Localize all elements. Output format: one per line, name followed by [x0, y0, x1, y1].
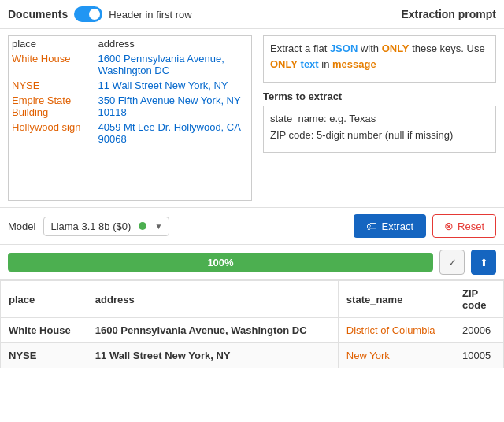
col-header-address: address — [87, 281, 338, 318]
table-header-row: place address — [9, 36, 251, 51]
table-row: White House 1600 Pennsylvania Avenue, Wa… — [9, 51, 251, 78]
extract-button[interactable]: 🏷 Extract — [354, 214, 426, 238]
model-actions: 🏷 Extract ⊗ Reset — [354, 214, 496, 238]
progress-bar: 100% — [8, 253, 433, 272]
toggle-slider — [74, 6, 102, 22]
table-row: Empire State Building 350 Fifth Avenue N… — [9, 93, 251, 120]
doc-address-2: 11 Wall Street New York, NY — [95, 78, 251, 93]
chevron-down-icon: ▼ — [155, 222, 163, 231]
tag-icon: 🏷 — [366, 220, 377, 232]
extraction-prompt-box[interactable]: Extract a flat JSON with ONLY these keys… — [263, 35, 496, 83]
model-select-text: Llama 3.1 8b ($0) — [50, 220, 131, 232]
prompt-kw-message: message — [332, 58, 376, 70]
prompt-kw-only2: ONLY — [270, 58, 298, 70]
result-address-1: 1600 Pennsylvania Avenue, Washington DC — [87, 318, 338, 343]
upload-icon: ⬆ — [480, 257, 488, 268]
main-content: place address White House 1600 Pennsylva… — [0, 29, 504, 208]
col-place-header: place — [9, 36, 95, 51]
result-row-1: White House 1600 Pennsylvania Avenue, Wa… — [1, 318, 504, 343]
documents-table: place address White House 1600 Pennsylva… — [9, 36, 251, 146]
doc-place-1: White House — [9, 51, 95, 78]
reset-label: Reset — [458, 220, 484, 232]
model-row: Model Llama 3.1 8b ($0) ▼ 🏷 Extract ⊗ Re… — [0, 208, 504, 245]
prompt-kw-text: text — [301, 58, 319, 70]
doc-address-1: 1600 Pennsylvania Avenue, Washington DC — [95, 51, 251, 78]
doc-place-2: NYSE — [9, 78, 95, 93]
table-row: Hollywood sign 4059 Mt Lee Dr. Hollywood… — [9, 120, 251, 146]
model-label: Model — [8, 220, 35, 232]
doc-address-4: 4059 Mt Lee Dr. Hollywood, CA 90068 — [95, 120, 251, 146]
doc-place-4: Hollywood sign — [9, 120, 95, 146]
result-row-2: NYSE 11 Wall Street New York, NY New Yor… — [1, 343, 504, 368]
result-address-2: 11 Wall Street New York, NY — [87, 343, 338, 368]
prompt-kw-json: JSON — [330, 43, 358, 54]
col-address-header: address — [95, 36, 251, 51]
prompt-text-1: Extract a flat — [270, 43, 330, 54]
result-zip-2: 10005 — [454, 343, 504, 368]
header-toggle[interactable] — [74, 6, 102, 22]
extraction-prompt-title: Extraction prompt — [401, 8, 496, 20]
model-select-dropdown[interactable]: Llama 3.1 8b ($0) ▼ — [43, 217, 169, 236]
prompt-kw-only1: ONLY — [382, 43, 410, 54]
doc-place-3: Empire State Building — [9, 93, 95, 120]
checkmark-icon: ✓ — [448, 257, 457, 268]
results-header-row: place address state_name ZIPcode — [1, 281, 504, 318]
prompt-text-5: in — [319, 58, 332, 70]
documents-section: place address White House 1600 Pennsylva… — [8, 35, 252, 201]
terms-line-1: state_name: e.g. Texas — [270, 111, 489, 128]
documents-table-container[interactable]: place address White House 1600 Pennsylva… — [8, 35, 252, 201]
progress-label: 100% — [207, 257, 233, 268]
top-bar: Documents Header in first row Extraction… — [0, 0, 504, 29]
model-status-dot — [139, 222, 146, 230]
terms-line-2: ZIP code: 5-digit number (null if missin… — [270, 128, 489, 144]
checkmark-button[interactable]: ✓ — [439, 250, 465, 275]
result-place-2: NYSE — [1, 343, 87, 368]
result-zip-1: 20006 — [454, 318, 504, 343]
terms-box[interactable]: state_name: e.g. Texas ZIP code: 5-digit… — [263, 106, 496, 153]
progress-row: 100% ✓ ⬆ — [0, 245, 504, 280]
toggle-label: Header in first row — [109, 9, 191, 20]
prompt-text-2: with — [358, 43, 381, 54]
prompt-text-3: these keys. Use — [410, 43, 485, 54]
col-header-state: state_name — [338, 281, 454, 318]
doc-address-3: 350 Fifth Avenue New York, NY 10118 — [95, 93, 251, 120]
reset-button[interactable]: ⊗ Reset — [432, 214, 496, 238]
top-bar-left: Documents Header in first row — [8, 6, 192, 22]
documents-title: Documents — [8, 8, 68, 20]
terms-label: Terms to extract — [263, 91, 496, 102]
extract-label: Extract — [382, 220, 413, 232]
upload-button[interactable]: ⬆ — [471, 250, 496, 275]
results-table: place address state_name ZIPcode White H… — [0, 280, 504, 368]
x-circle-icon: ⊗ — [444, 220, 454, 232]
col-header-place: place — [1, 281, 87, 318]
results-table-container: place address state_name ZIPcode White H… — [0, 280, 504, 368]
col-header-zip: ZIPcode — [454, 281, 504, 318]
result-state-1: District of Columbia — [338, 318, 454, 343]
table-row: NYSE 11 Wall Street New York, NY — [9, 78, 251, 93]
result-state-2: New York — [338, 343, 454, 368]
right-section: Extract a flat JSON with ONLY these keys… — [252, 35, 496, 201]
result-place-1: White House — [1, 318, 87, 343]
